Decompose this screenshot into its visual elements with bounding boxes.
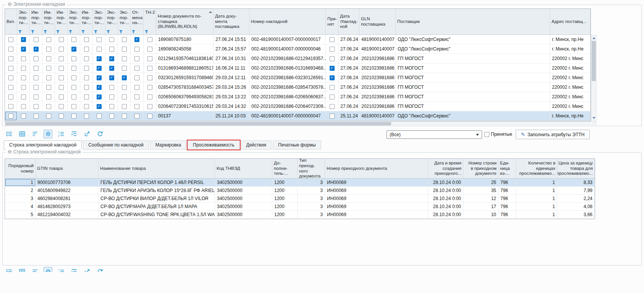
flag-checkbox[interactable] [97,94,102,99]
column-header[interactable]: Номер приходного документа [325,159,428,179]
refresh-icon[interactable] [95,267,104,272]
line-row[interactable]: 24015600949822ГЕЛЬ Д/СТИРКИ АРИЭЛЬ КОЛОР… [5,187,595,195]
filter-icon[interactable] [119,30,123,33]
vkl-checkbox[interactable] [8,85,13,90]
tab-traceability[interactable]: Прослеживаемость [188,140,240,150]
flag-checkbox[interactable] [34,104,39,109]
invoice-row[interactable]: 021294193570461183614027.06.24 10:31002-… [5,54,591,63]
column-header[interactable]: Вкл. [5,9,17,35]
details-view-icon[interactable] [5,130,13,138]
vkl-checkbox[interactable] [8,75,13,80]
flag-checkbox[interactable] [147,66,152,71]
grid-view-icon[interactable] [18,130,26,138]
line-row[interactable]: 44814628002973СР-ВО Д/СТИР.МАРА Д/ДЕТ.БЕ… [5,203,595,211]
flag-checkbox[interactable] [46,75,51,80]
column-header[interactable]: Дата доку- мента поставщика [214,9,249,35]
accepted-row-checkbox[interactable] [330,94,335,99]
flag-checkbox[interactable] [109,66,114,71]
flag-checkbox[interactable] [21,66,26,71]
filter-icon[interactable] [69,30,72,33]
flag-checkbox[interactable] [122,37,127,42]
invoice-row[interactable]: 020650606379949305828129.03.24 13:22002-… [5,92,591,102]
flag-checkbox[interactable] [71,94,76,99]
flag-checkbox[interactable] [84,94,89,99]
line-row[interactable]: 54812194004032СР-ВО Д/СТИР.WASHING TONE … [5,211,595,219]
flag-checkbox[interactable] [97,37,102,42]
flag-checkbox[interactable] [46,47,51,52]
numbered-list-icon[interactable]: 12 [57,267,65,272]
flag-checkbox[interactable] [97,56,102,61]
numbered-list-icon[interactable]: 12 [57,130,65,138]
flag-checkbox[interactable] [71,85,76,90]
column-header[interactable]: При- нят [326,9,338,35]
filter-icon[interactable] [94,30,97,33]
filter-icon[interactable] [107,30,110,33]
flag-checkbox[interactable] [147,37,152,42]
column-header[interactable]: Номер строки в приходном документе [463,159,498,179]
flag-checkbox[interactable] [46,94,51,99]
filter-icon[interactable] [56,30,60,33]
flag-checkbox[interactable] [122,85,127,90]
column-header[interactable]: Экс- пор- ти-... [105,9,118,35]
flag-checkbox[interactable] [34,94,39,99]
tab-marking[interactable]: Маркировка [150,140,186,150]
flag-checkbox[interactable] [21,56,26,61]
flag-checkbox[interactable] [59,94,64,99]
accepted-row-checkbox[interactable] [330,104,335,109]
invoice-row[interactable]: 169080787518027.06.24 15:51002-481900014… [5,35,591,44]
flag-checkbox[interactable] [59,56,64,61]
flag-checkbox[interactable] [134,114,139,119]
flag-checkbox[interactable] [59,114,64,119]
invoice-row[interactable]: 013166934689881186051716.06.24 11:11002-… [5,63,591,73]
invoice-row[interactable]: 032301265915931708946029.03.24 12:11002-… [5,73,591,83]
flag-checkbox[interactable] [122,75,127,80]
filter-icon[interactable] [145,30,148,33]
flag-checkbox[interactable] [122,114,127,119]
settings-gear-icon[interactable] [44,130,52,138]
accepted-row-checkbox[interactable] [330,114,335,119]
flag-checkbox[interactable] [46,85,51,90]
filter-combo[interactable]: (Все) [387,130,482,139]
open-external-icon[interactable] [83,267,91,272]
line-row[interactable]: 34602984008261СР-ВО Д/СТИРКИ ВИЛОР Д/ДЕТ… [5,195,595,203]
flag-checkbox[interactable] [147,94,152,99]
column-header[interactable]: Экс- пор- ти-... [68,9,80,35]
invoice-row[interactable]: 020640723091745331061529.03.24 14:32002-… [5,102,591,111]
column-header[interactable]: ТН-2 [144,9,156,35]
flag-checkbox[interactable] [59,104,64,109]
flag-checkbox[interactable] [59,66,64,71]
flag-checkbox[interactable] [59,37,64,42]
flag-checkbox[interactable] [71,37,76,42]
column-header[interactable]: Код ТНВЭД [215,159,272,179]
column-header[interactable]: Поставщик [396,9,550,35]
list-indent-icon[interactable] [70,267,78,272]
flag-checkbox[interactable] [71,47,76,52]
accepted-filter[interactable]: Принятые [484,132,512,137]
vkl-checkbox[interactable] [8,47,13,52]
column-header[interactable]: Экс- пор- ти-... [17,9,30,35]
refresh-icon[interactable] [95,130,104,138]
accepted-row-checkbox[interactable] [330,75,335,80]
flag-checkbox[interactable] [59,75,64,80]
tab-message[interactable]: Сообщение по накладной [83,140,149,150]
flag-checkbox[interactable] [109,75,114,80]
sort-filter-icon[interactable] [31,267,39,272]
flag-checkbox[interactable] [122,66,127,71]
accepted-row-checkbox[interactable] [330,66,335,71]
flag-checkbox[interactable] [21,75,26,80]
filter-icon[interactable] [18,30,22,33]
flag-checkbox[interactable] [134,37,139,42]
column-header[interactable]: Тип приход- ного документа [298,159,325,179]
horizontal-scrollbar-thumb[interactable] [5,122,391,125]
column-header[interactable]: Дата и время создания приходного... [428,159,463,179]
line-row[interactable]: 19000100773706ГЕЛЬ Д/СТИРКИ ПЕРСИЛ КОЛОР… [5,179,595,187]
flag-checkbox[interactable] [21,37,26,42]
vkl-checkbox[interactable] [8,94,13,99]
flag-checkbox[interactable] [84,114,89,119]
filter-icon[interactable] [132,30,135,33]
grid-view-icon[interactable] [18,267,26,272]
flag-checkbox[interactable] [97,114,102,119]
column-header[interactable]: Порядковый номер [5,159,36,179]
column-header[interactable]: Наименование товара [99,159,215,179]
flag-checkbox[interactable] [134,47,139,52]
